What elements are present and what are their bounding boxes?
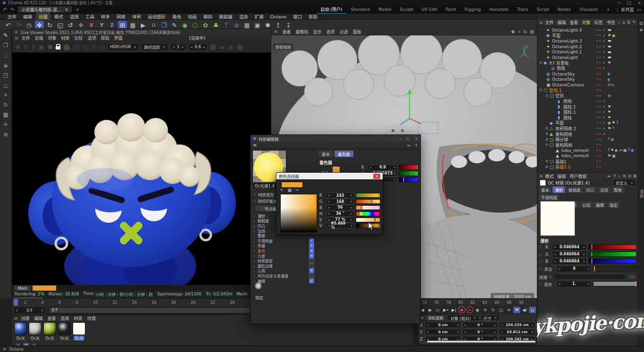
- value-slider[interactable]: [356, 205, 380, 210]
- channel-tab[interactable]: 漫射: [552, 186, 565, 193]
- color-picker-titlebar[interactable]: 颜色选择器 ×: [276, 173, 383, 179]
- visibility-dots[interactable]: ••: [595, 93, 602, 98]
- material-swatch[interactable]: Oc光: [14, 322, 27, 341]
- mode-tool-icon[interactable]: ⊕: [3, 131, 8, 138]
- visibility-dots[interactable]: ••: [595, 110, 602, 115]
- layout-tab[interactable]: Paint: [442, 6, 460, 13]
- live-viewer-menu-item[interactable]: 材质: [59, 35, 72, 41]
- dock-vertical-tab[interactable]: 渲染: [638, 190, 644, 198]
- position-spinner[interactable]: ◂0 cm▸: [425, 329, 461, 335]
- value-slider[interactable]: [399, 177, 418, 182]
- mode-tool-icon[interactable]: ▦: [3, 111, 8, 118]
- back-icon[interactable]: ←: [407, 143, 411, 148]
- tree-row[interactable]: ▲ tobu_remesh •• ⚑▦: [537, 153, 638, 159]
- material-swatch[interactable]: Oc光: [58, 322, 71, 341]
- beauty-pass-tab[interactable]: [33, 285, 56, 291]
- layout-tab[interactable]: Model: [375, 6, 395, 13]
- transport-button[interactable]: ▶: [427, 307, 434, 313]
- channel-checkbox[interactable]: [309, 243, 314, 248]
- tree-row[interactable]: ⊞ ▢ 细分球 •• ?◍: [537, 137, 638, 142]
- value-slider[interactable]: [399, 171, 418, 176]
- tree-row[interactable]: ⊟ ▢ 重构网格 ••: [537, 142, 638, 148]
- expand-icon[interactable]: ⊟: [545, 143, 550, 147]
- picker-tool-icon[interactable]: ✑: [295, 188, 299, 193]
- channel-checkbox[interactable]: [309, 268, 314, 273]
- material-menu-item[interactable]: 材质: [72, 315, 85, 321]
- visibility-dots[interactable]: ••: [595, 39, 602, 43]
- picker-tool-icon[interactable]: ↖: [280, 188, 284, 193]
- object-tags[interactable]: ▬: [608, 55, 638, 59]
- visibility-dots[interactable]: ••: [595, 137, 602, 142]
- visibility-dots[interactable]: ••: [595, 28, 602, 33]
- tree-row[interactable]: ✦ OctaneLight.2 •• ✓ ▬: [537, 44, 638, 50]
- channel-tab[interactable]: 凹凸: [584, 186, 597, 193]
- interface-toggle-icon[interactable]: ▭: [637, 7, 641, 12]
- object-manager-hamburger-icon[interactable]: ≡: [539, 20, 543, 25]
- live-viewer-menu-item[interactable]: 选项: [85, 35, 99, 41]
- rotate-view-icon[interactable]: ↻: [523, 29, 527, 34]
- transport-button[interactable]: ◉: [474, 307, 481, 313]
- object-tags[interactable]: ⚑?: [608, 126, 638, 131]
- attribute-nav-icon[interactable]: ⧉: [634, 174, 636, 179]
- menu-item[interactable]: Octane: [268, 14, 289, 20]
- object-manager-tool-icon[interactable]: ✎: [632, 20, 636, 25]
- document-tab[interactable]: 小恶魔头雕刻图-混... ×: [17, 6, 72, 13]
- tree-row[interactable]: ▮ 圆柱.1 •• ✓ ⚑: [537, 109, 638, 115]
- value-spinner[interactable]: ◂243▸: [326, 193, 354, 198]
- visibility-dots[interactable]: ••: [595, 153, 602, 158]
- transport-button[interactable]: ≋: [505, 307, 512, 313]
- object-manager-tool-icon[interactable]: ≣: [627, 20, 631, 25]
- expand-icon[interactable]: ⊟: [545, 94, 550, 98]
- menu-item[interactable]: 编辑: [20, 13, 35, 20]
- enable-check[interactable]: ✓: [602, 44, 608, 49]
- channel-checkbox[interactable]: [309, 258, 314, 263]
- enable-check[interactable]: ✗: [602, 132, 608, 136]
- object-tags[interactable]: ◐: [608, 77, 638, 82]
- render-control-icon[interactable]: ↻: [24, 43, 29, 50]
- live-viewer-close-icon[interactable]: ×: [15, 30, 18, 34]
- cp-close-button[interactable]: ×: [373, 174, 380, 179]
- expand-icon[interactable]: ⊞: [545, 159, 550, 163]
- visibility-dots[interactable]: ••: [595, 115, 602, 120]
- enable-check[interactable]: ✓: [602, 116, 608, 120]
- menu-item[interactable]: 模拟: [201, 13, 215, 20]
- camera-tool-icon[interactable]: ⬤: [236, 43, 243, 50]
- layout-tab[interactable]: Nodes: [554, 6, 575, 13]
- channel-tab[interactable]: 置换: [611, 186, 624, 193]
- material-editor-titlebar[interactable]: 材质编辑器 ─ ▢ ×: [251, 135, 420, 142]
- viewport-label[interactable]: 透视视图: [273, 43, 293, 50]
- up-icon[interactable]: ↑: [414, 143, 418, 148]
- visibility-dots[interactable]: ••: [595, 104, 602, 109]
- channel-row[interactable]: ○ 发光: [251, 248, 316, 253]
- add-tab-button[interactable]: +: [75, 7, 80, 13]
- channel-tab[interactable]: 法线: [598, 186, 611, 193]
- channel-tab[interactable]: 编辑: [594, 201, 606, 208]
- channel-row[interactable]: ○ 不透明度: [251, 238, 316, 243]
- transform-button[interactable]: 坐标变换: [425, 315, 446, 321]
- expand-icon[interactable]: ⊟: [539, 88, 544, 92]
- object-tags[interactable]: ⚑: [608, 116, 638, 120]
- value-spinner[interactable]: ◂36 °▸: [326, 211, 354, 217]
- undo-icon[interactable]: ↶: [3, 7, 7, 13]
- viewer-option-icon[interactable]: ⊙: [100, 43, 105, 50]
- main-pass-tab[interactable]: Main: [14, 285, 31, 291]
- enable-check[interactable]: ✓: [602, 61, 608, 65]
- material-menu-item[interactable]: 查看: [45, 315, 59, 321]
- float-slider[interactable]: [593, 266, 636, 271]
- enable-check[interactable]: ✓: [602, 105, 608, 109]
- mode-tool-icon[interactable]: ⬙: [3, 62, 8, 68]
- visibility-dots[interactable]: ••: [595, 88, 602, 92]
- mode-tool-icon[interactable]: △: [3, 82, 8, 88]
- object-manager-menu-item[interactable]: 编辑: [556, 19, 568, 25]
- expand-icon[interactable]: ⊞: [545, 138, 550, 142]
- layout-tab[interactable]: UV Edit: [418, 6, 441, 13]
- anim-dot-icon[interactable]: ○: [539, 267, 543, 271]
- tree-row[interactable]: ✦ OctaneLight •• ✓ ▬: [537, 55, 638, 60]
- transport-button[interactable]: ✛: [482, 307, 489, 313]
- channel-checkbox[interactable]: [309, 263, 314, 268]
- enable-check[interactable]: ✓: [602, 55, 608, 59]
- subsample-spinner[interactable]: ◂1▸: [170, 43, 186, 51]
- pan-icon[interactable]: ✥: [511, 29, 515, 34]
- viewport-menu-item[interactable]: 查看: [280, 29, 293, 35]
- transport-button[interactable]: ▶|: [451, 307, 458, 313]
